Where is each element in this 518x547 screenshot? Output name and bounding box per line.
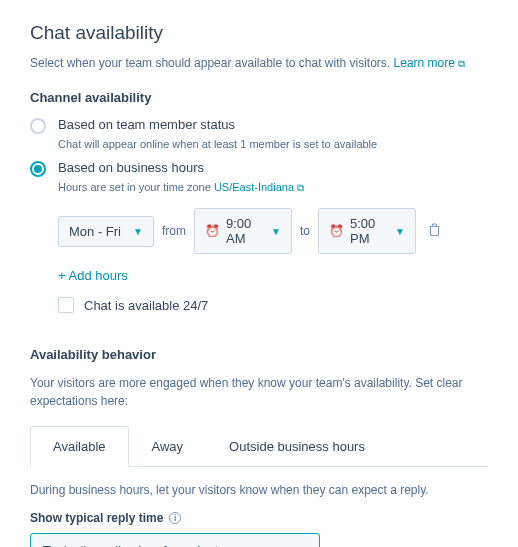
tab-outside-business-hours[interactable]: Outside business hours: [206, 426, 388, 466]
add-hours-button[interactable]: + Add hours: [58, 268, 128, 283]
tab-available[interactable]: Available: [30, 426, 129, 467]
trash-icon: [428, 223, 441, 237]
end-time-select[interactable]: ⏰ 5:00 PM ▼: [318, 208, 416, 254]
external-link-icon: ⧉: [297, 182, 304, 193]
reply-time-select[interactable]: Typically replies in a few minutes ▼: [30, 533, 320, 547]
learn-more-link[interactable]: Learn more ⧉: [394, 56, 466, 70]
reply-time-label: Show typical reply time i: [30, 511, 488, 525]
radio-team-member-status[interactable]: [30, 118, 46, 134]
delete-hours-button[interactable]: [428, 223, 441, 240]
channel-availability-heading: Channel availability: [30, 90, 488, 105]
start-time-select[interactable]: ⏰ 9:00 AM ▼: [194, 208, 292, 254]
radio-business-hours-label: Based on business hours: [58, 160, 204, 175]
available-247-label: Chat is available 24/7: [84, 298, 208, 313]
clock-icon: ⏰: [205, 224, 220, 238]
clock-icon: ⏰: [329, 224, 344, 238]
page-title: Chat availability: [30, 22, 488, 44]
chevron-down-icon: ▼: [133, 226, 143, 237]
chevron-down-icon: ▼: [395, 226, 405, 237]
radio-team-member-status-label: Based on team member status: [58, 117, 235, 132]
availability-behavior-heading: Availability behavior: [30, 347, 488, 362]
external-link-icon: ⧉: [458, 58, 465, 69]
info-icon[interactable]: i: [169, 512, 181, 524]
behavior-tabs: Available Away Outside business hours: [30, 426, 488, 467]
timezone-link[interactable]: US/East-Indiana ⧉: [214, 181, 304, 193]
availability-behavior-desc: Your visitors are more engaged when they…: [30, 374, 488, 410]
tab-available-desc: During business hours, let your visitors…: [30, 483, 488, 497]
to-label: to: [300, 224, 310, 238]
available-247-checkbox[interactable]: [58, 297, 74, 313]
tab-away[interactable]: Away: [129, 426, 207, 466]
days-select[interactable]: Mon - Fri▼: [58, 216, 154, 247]
page-description: Select when your team should appear avai…: [30, 56, 488, 70]
chevron-down-icon: ▼: [271, 226, 281, 237]
radio-business-hours-hint: Hours are set in your time zone US/East-…: [58, 181, 488, 194]
from-label: from: [162, 224, 186, 238]
radio-business-hours[interactable]: [30, 161, 46, 177]
radio-team-member-status-hint: Chat will appear online when at least 1 …: [58, 138, 488, 150]
